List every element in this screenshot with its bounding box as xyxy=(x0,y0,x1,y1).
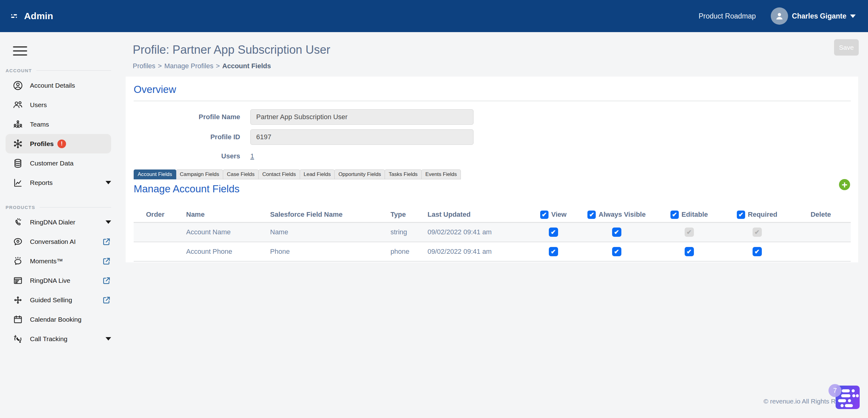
sidebar-item-ringdna-dialer[interactable]: RingDNA Dialer xyxy=(5,212,111,232)
external-link-icon[interactable] xyxy=(102,237,111,246)
required-checkbox xyxy=(752,228,762,237)
sidebar-item-users[interactable]: Users xyxy=(5,95,111,115)
view-checkbox[interactable] xyxy=(549,247,558,256)
sidebar-item-teams[interactable]: Teams xyxy=(5,115,111,134)
overview-form: Profile Name Profile ID Users 1 xyxy=(134,109,851,160)
users-row: Users 1 xyxy=(134,152,851,160)
breadcrumb-separator: > xyxy=(158,62,162,70)
sidebar-item-label: RingDNA Dialer xyxy=(30,218,75,226)
profile-name-input[interactable] xyxy=(250,109,473,125)
always-visible-header-checkbox[interactable] xyxy=(587,211,596,219)
breadcrumb-manage-profiles[interactable]: Manage Profiles xyxy=(164,62,213,70)
tab-lead-fields[interactable]: Lead Fields xyxy=(300,170,335,179)
col-label: Required xyxy=(748,211,777,218)
sidebar-item-label: Reports xyxy=(30,179,53,186)
teams-icon xyxy=(12,119,24,130)
breadcrumb-profiles[interactable]: Profiles xyxy=(133,62,155,70)
sidebar-item-call-tracking[interactable]: Call Tracking xyxy=(5,329,111,349)
col-required: Required xyxy=(723,207,791,222)
avatar[interactable] xyxy=(771,7,788,25)
col-label: Editable xyxy=(682,211,708,218)
col-label: View xyxy=(551,211,567,218)
users-label: Users xyxy=(134,152,250,160)
sidebar-item-conversation-ai[interactable]: Conversation AI xyxy=(5,232,111,251)
external-link-icon[interactable] xyxy=(102,257,111,266)
editable-checkbox[interactable] xyxy=(685,247,694,256)
section-label: PRODUCTS xyxy=(5,205,35,210)
report-chart-icon xyxy=(12,177,24,188)
external-link-icon[interactable] xyxy=(102,295,111,305)
sidebar-item-ringdna-live[interactable]: RingDNA Live xyxy=(5,271,111,290)
sidebar-item-profiles[interactable]: Profiles ! xyxy=(5,134,111,153)
required-checkbox[interactable] xyxy=(752,247,762,256)
cell-type: string xyxy=(381,222,418,242)
person-icon xyxy=(774,11,785,21)
cell-name: Account Phone xyxy=(177,242,261,262)
chevron-down-icon[interactable] xyxy=(105,337,111,340)
sidebar-item-label: Moments™ xyxy=(30,258,63,265)
page-title: Profile: Partner App Subscription User xyxy=(133,43,868,57)
external-link-icon[interactable] xyxy=(102,276,111,285)
sidebar-item-account-details[interactable]: Account Details xyxy=(5,76,111,95)
sidebar-item-moments[interactable]: Moments™ xyxy=(5,251,111,271)
table-row-account-name: Account Name Name string 09/02/2022 09:4… xyxy=(134,222,851,242)
manage-account-fields-heading: Manage Account Fields xyxy=(134,183,851,195)
tab-tasks-fields[interactable]: Tasks Fields xyxy=(384,170,422,179)
col-last-updated: Last Updated xyxy=(418,207,529,222)
chat-unread-badge: 7 xyxy=(829,384,841,397)
view-checkbox[interactable] xyxy=(549,228,558,237)
sidebar-item-label: Call Tracking xyxy=(30,335,67,343)
cell-delete xyxy=(791,222,851,242)
tab-events-fields[interactable]: Events Fields xyxy=(421,170,461,179)
required-header-checkbox[interactable] xyxy=(737,211,745,219)
editable-header-checkbox[interactable] xyxy=(671,211,679,219)
breadcrumb-separator: > xyxy=(216,62,220,70)
chevron-down-icon[interactable] xyxy=(105,181,111,184)
table-header-row: Order Name Salesforce Field Name Type La… xyxy=(134,207,851,222)
guided-selling-icon xyxy=(12,295,24,306)
chevron-down-icon[interactable] xyxy=(850,14,856,18)
live-window-icon xyxy=(12,275,24,286)
chat-bubble-icon xyxy=(12,236,24,247)
sidebar-item-label: Profiles xyxy=(30,140,54,148)
tab-campaign-fields[interactable]: Campaign Fields xyxy=(176,170,223,179)
always-visible-checkbox[interactable] xyxy=(612,247,621,256)
main-content: Profile: Partner App Subscription User P… xyxy=(123,32,868,418)
app-title: Admin xyxy=(24,11,53,21)
brand: Admin xyxy=(11,11,53,21)
database-icon xyxy=(12,158,24,169)
profile-id-label: Profile ID xyxy=(134,133,250,141)
users-count-link[interactable]: 1 xyxy=(250,152,254,160)
tab-case-fields[interactable]: Case Fields xyxy=(223,170,259,179)
add-field-button[interactable]: + xyxy=(839,179,850,190)
sidebar-item-label: Customer Data xyxy=(30,159,73,167)
cell-name: Account Name xyxy=(177,222,261,242)
hamburger-menu-icon[interactable] xyxy=(13,46,27,56)
profile-card: Overview Profile Name Profile ID Users 1… xyxy=(126,77,858,262)
sidebar-item-customer-data[interactable]: Customer Data xyxy=(5,153,111,173)
col-delete: Delete xyxy=(791,207,851,222)
always-visible-checkbox[interactable] xyxy=(612,228,621,237)
section-rule xyxy=(36,70,112,71)
save-button[interactable]: Save xyxy=(834,39,859,56)
sidebar-item-reports[interactable]: Reports xyxy=(5,173,111,192)
profile-id-input[interactable] xyxy=(250,129,473,145)
person-circle-icon xyxy=(12,80,24,91)
admin-page: Admin Product Roadmap Charles Gigante AC… xyxy=(0,0,868,418)
breadcrumb-account-fields: Account Fields xyxy=(222,62,271,70)
section-label: ACCOUNT xyxy=(5,68,32,73)
phone-ring-icon xyxy=(12,217,24,228)
tab-account-fields[interactable]: Account Fields xyxy=(134,170,176,179)
product-roadmap-link[interactable]: Product Roadmap xyxy=(699,12,756,20)
view-header-checkbox[interactable] xyxy=(540,211,549,219)
sidebar-item-calendar-booking[interactable]: Calendar Booking xyxy=(5,310,111,329)
cell-salesforce-field-name: Name xyxy=(261,222,381,242)
fields-table: Order Name Salesforce Field Name Type La… xyxy=(134,207,851,262)
user-menu[interactable]: Charles Gigante xyxy=(792,12,846,20)
tab-contact-fields[interactable]: Contact Fields xyxy=(258,170,300,179)
tab-opportunity-fields[interactable]: Opportunity Fields xyxy=(334,170,385,179)
col-label: Always Visible xyxy=(598,211,646,218)
sidebar-item-guided-selling[interactable]: Guided Selling xyxy=(5,290,111,310)
chevron-down-icon[interactable] xyxy=(105,220,111,224)
alert-badge: ! xyxy=(57,140,66,148)
